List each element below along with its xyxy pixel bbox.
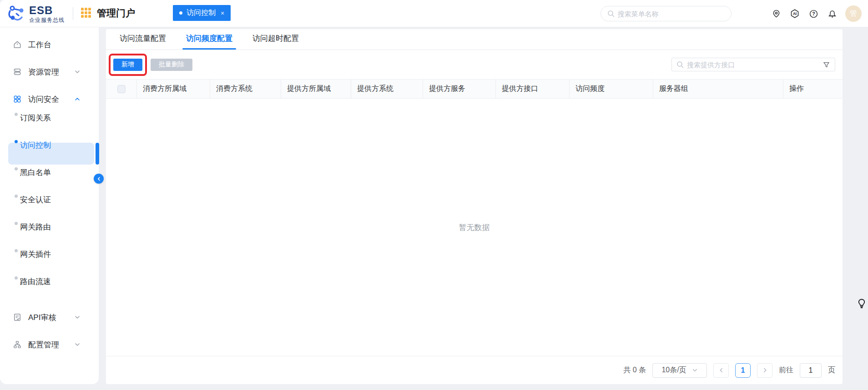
esb-logo: ESB 企业服务总线 — [6, 4, 65, 25]
bullet-dot-icon — [15, 249, 18, 252]
goto-page-input[interactable] — [800, 363, 822, 378]
ai-assistant-icon[interactable]: AI — [789, 8, 800, 19]
logo-subtitle: 企业服务总线 — [29, 16, 65, 24]
column-header: 提供方系统 — [351, 80, 423, 98]
next-page-button[interactable] — [757, 363, 772, 378]
svg-text:AI: AI — [793, 12, 797, 16]
sidebar-subitem-subscription-relation[interactable]: 订阅关系 — [0, 113, 99, 140]
current-page-button[interactable]: 1 — [735, 363, 751, 378]
portal-title-group: 管理门户 — [81, 7, 135, 20]
chevron-down-icon — [74, 69, 81, 75]
tab-active-dot — [179, 11, 182, 15]
table-empty-state: 暂无数据 — [106, 99, 843, 356]
notification-bell-icon[interactable] — [827, 8, 838, 19]
chevron-down-icon — [74, 341, 81, 348]
portal-title: 管理门户 — [97, 7, 135, 20]
select-all-checkbox[interactable] — [117, 85, 126, 93]
sidebar-item-access-security[interactable]: 访问安全 — [0, 85, 99, 113]
sidebar-nav: 工作台 资源管理 访问安全 订阅关系 访问控制 黑白名单 — [0, 27, 99, 384]
sidebar-item-api-audit[interactable]: API审核 — [0, 304, 99, 331]
sidebar-item-label: 资源管理 — [28, 67, 59, 77]
tab-access-traffic-config[interactable]: 访问流量配置 — [120, 33, 166, 50]
search-icon — [676, 61, 684, 68]
home-icon — [13, 40, 22, 49]
table-toolbar: 新增 批量删除 — [106, 58, 843, 71]
sidebar-subitem-access-control[interactable]: 访问控制 — [0, 140, 99, 167]
chevron-right-icon — [762, 367, 768, 373]
tab-close-icon[interactable]: × — [221, 10, 224, 17]
provider-interface-search-input[interactable] — [687, 61, 823, 69]
user-avatar[interactable]: 管 — [845, 5, 862, 22]
column-header: 消费方所属域 — [137, 80, 210, 98]
sidebar-subitem-label: 安全认证 — [20, 195, 51, 205]
prev-page-button[interactable] — [713, 363, 729, 378]
chevron-up-icon — [74, 96, 81, 102]
sidebar-item-config-management[interactable]: 配置管理 — [0, 331, 99, 358]
filter-funnel-icon[interactable] — [823, 61, 830, 69]
provider-interface-search-box[interactable] — [671, 58, 835, 71]
sidebar-subitem-label: 路由流速 — [20, 276, 51, 287]
column-header: 提供方所属域 — [281, 80, 351, 98]
column-header: 提供方接口 — [496, 80, 570, 98]
column-header: 消费方系统 — [210, 80, 281, 98]
page-size-select[interactable]: 10条/页 — [652, 363, 707, 378]
pagination-bar: 共 0 条 10条/页 1 前往 页 — [106, 356, 843, 384]
top-bar: ESB 企业服务总线 管理门户 访问控制 × AI ? 管 — [0, 0, 868, 27]
sidebar-subitem-label: 访问控制 — [20, 140, 51, 150]
sidebar-subitem-gateway-route[interactable]: 网关路由 — [0, 222, 99, 249]
column-header: 服务器组 — [653, 80, 783, 98]
sidebar-subitem-security-auth[interactable]: 安全认证 — [0, 195, 99, 222]
page-size-value: 10条/页 — [661, 365, 686, 375]
sidebar-subitem-label: 网关插件 — [20, 249, 51, 260]
chevron-left-icon — [718, 367, 724, 373]
total-count-text: 共 0 条 — [623, 365, 646, 375]
tab-access-timeout-config[interactable]: 访问超时配置 — [252, 33, 299, 50]
table-header-row: 消费方所属域 消费方系统 提供方所属域 提供方系统 提供方服务 提供方接口 访问… — [106, 79, 843, 99]
sidebar-subitem-route-speed[interactable]: 路由流速 — [0, 276, 99, 304]
sidebar-subitem-label: 网关路由 — [20, 222, 51, 232]
bullet-dot-icon — [15, 113, 18, 116]
sidebar-subitem-gateway-plugin[interactable]: 网关插件 — [0, 249, 99, 276]
sidebar-item-resource-management[interactable]: 资源管理 — [0, 58, 99, 85]
topbar-divider — [73, 7, 73, 20]
bullet-dot-icon — [15, 167, 18, 170]
portal-grid-icon — [81, 8, 92, 19]
bullet-dot-icon — [15, 222, 18, 225]
bullet-dot-icon — [15, 276, 18, 280]
sidebar-item-label: 配置管理 — [28, 340, 59, 350]
open-page-tab-access-control[interactable]: 访问控制 × — [173, 5, 231, 21]
logo-title: ESB — [29, 5, 65, 16]
sidebar-item-workbench[interactable]: 工作台 — [0, 31, 99, 58]
location-pin-icon[interactable] — [771, 8, 782, 19]
document-check-icon — [13, 313, 22, 322]
chevron-down-icon — [692, 367, 698, 373]
batch-delete-button[interactable]: 批量删除 — [151, 59, 192, 71]
grid-icon — [13, 95, 22, 104]
chevron-down-icon — [74, 314, 81, 320]
search-icon — [607, 10, 615, 18]
content-tabs: 访问流量配置 访问频度配置 访问超时配置 — [106, 29, 843, 50]
help-icon[interactable]: ? — [808, 8, 819, 19]
menu-search-box[interactable] — [601, 6, 732, 21]
menu-search-input[interactable] — [617, 10, 725, 18]
sidebar-item-label: 工作台 — [28, 40, 51, 50]
sitemap-icon — [13, 340, 22, 349]
column-header: 提供方服务 — [423, 80, 496, 98]
column-header: 访问频度 — [570, 80, 653, 98]
add-button[interactable]: 新增 — [113, 59, 142, 71]
tab-access-frequency-config[interactable]: 访问频度配置 — [186, 33, 232, 50]
empty-text: 暂无数据 — [459, 222, 490, 233]
sidebar-subitem-black-white-list[interactable]: 黑白名单 — [0, 167, 99, 195]
server-stack-icon — [13, 67, 22, 76]
sidebar-subitem-label: 订阅关系 — [20, 113, 51, 123]
sidebar-item-label: 访问安全 — [28, 94, 59, 105]
bullet-dot-icon — [15, 195, 18, 198]
sidebar-subitem-label: 黑白名单 — [20, 167, 51, 178]
main-content-card: 访问流量配置 访问频度配置 访问超时配置 新增 批量删除 消费方所属域 消费方系… — [106, 29, 843, 384]
lightbulb-helper-icon[interactable] — [857, 298, 866, 311]
select-all-cell — [106, 80, 137, 98]
sidebar-collapse-button[interactable] — [94, 174, 104, 184]
goto-label: 前往 — [779, 365, 793, 375]
page-unit-label: 页 — [828, 365, 835, 375]
bullet-dot-icon — [15, 140, 18, 143]
